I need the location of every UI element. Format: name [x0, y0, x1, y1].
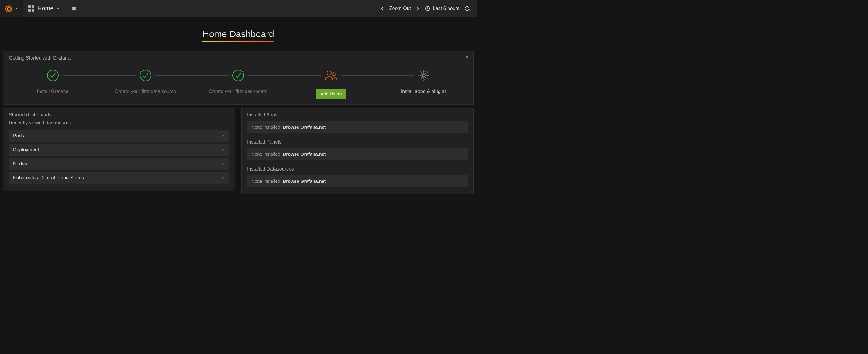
dashboard-list-item[interactable]: Nodes ☆ — [9, 158, 229, 170]
dashboard-list: Pods ☆ Deployment ☆ Nodes ☆ Kubernetes C… — [3, 130, 235, 184]
zoom-out-button[interactable]: Zoom Out — [389, 6, 411, 11]
add-users-button[interactable]: Add Users — [316, 89, 346, 99]
grafana-logo-icon — [5, 4, 13, 13]
dashboard-name: Home — [37, 5, 54, 12]
navbar-left: ▼ Home ▼ — [0, 0, 82, 17]
navbar-right: Zoom Out Last 6 hours — [380, 0, 476, 17]
browse-grafana-link[interactable]: Browse Grafana.net — [283, 151, 326, 157]
dashboard-item-name: Kubernetes Control Plane Status — [13, 175, 84, 181]
getting-started-panel: Getting Started with Grafana ✕ Install G… — [3, 51, 473, 105]
getting-started-title: Getting Started with Grafana — [3, 55, 473, 61]
close-icon[interactable]: ✕ — [465, 55, 469, 60]
dashboard-item-name: Pods — [13, 133, 24, 139]
installed-apps-box: None installed. Browse Grafana.net — [247, 121, 468, 133]
getting-started-steps: Install Grafana Create your first data s… — [3, 61, 473, 99]
svg-point-7 — [327, 71, 331, 75]
installed-panel: Installed Apps None installed. Browse Gr… — [241, 108, 473, 194]
step-label: Install Grafana — [6, 89, 99, 94]
caret-down-icon: ▼ — [15, 7, 18, 10]
step-label: Create your first data source — [99, 89, 192, 94]
logo-menu[interactable]: ▼ — [0, 0, 23, 17]
installed-column: Installed Apps None installed. Browse Gr… — [238, 108, 476, 194]
installed-datasources-title: Installed Datasources — [242, 164, 473, 175]
installed-panels-box: None installed. Browse Grafana.net — [247, 148, 468, 160]
svg-point-8 — [332, 73, 335, 76]
gear-icon — [71, 6, 76, 11]
svg-point-11 — [423, 79, 424, 80]
star-icon[interactable]: ☆ — [221, 147, 225, 153]
time-back-button[interactable] — [380, 6, 384, 11]
step-create-dashboard: Create your first dashboard — [192, 69, 284, 99]
svg-point-9 — [423, 74, 425, 77]
installed-panels-title: Installed Panels — [242, 137, 473, 148]
navbar: ▼ Home ▼ Zoom Out Last 6 hours — [0, 0, 476, 17]
installed-apps-title: Installed Apps — [242, 110, 473, 121]
browse-grafana-link[interactable]: Browse Grafana.net — [283, 179, 326, 184]
star-icon[interactable]: ☆ — [221, 133, 225, 139]
installed-none-text: None installed. — [251, 124, 283, 129]
installed-none-text: None installed. — [251, 179, 283, 184]
time-forward-button[interactable] — [416, 6, 420, 11]
star-icon[interactable]: ☆ — [221, 175, 225, 181]
settings-button[interactable] — [65, 6, 82, 11]
refresh-button[interactable] — [464, 6, 470, 11]
dashboard-list-item[interactable]: Deployment ☆ — [9, 144, 229, 156]
step-create-datasource: Create your first data source — [99, 69, 192, 99]
dashboard-list-item[interactable]: Kubernetes Control Plane Status ☆ — [9, 172, 229, 184]
browse-grafana-link[interactable]: Browse Grafana.net — [283, 124, 326, 129]
svg-point-2 — [8, 8, 9, 9]
svg-point-4 — [48, 70, 58, 81]
caret-down-icon: ▼ — [57, 7, 60, 10]
lower-row: Starred dashboards Recently viewed dashb… — [0, 108, 476, 194]
step-label: Install apps & plugins — [377, 89, 470, 94]
page-title: Home Dashboard — [203, 29, 274, 42]
recent-dashboards-title: Recently viewed dashboards — [3, 120, 235, 128]
svg-point-5 — [140, 70, 151, 81]
dashboard-grid-icon — [28, 5, 34, 11]
plugins-icon — [377, 69, 470, 82]
time-range-picker[interactable]: Last 6 hours — [425, 6, 460, 11]
svg-point-13 — [427, 75, 429, 76]
time-range-label: Last 6 hours — [433, 6, 460, 11]
clock-icon — [425, 6, 430, 11]
page-title-wrap: Home Dashboard — [0, 29, 476, 42]
starred-dashboards-title: Starred dashboards — [3, 112, 235, 120]
svg-point-6 — [233, 70, 244, 81]
step-install-plugins: Install apps & plugins — [377, 69, 470, 99]
installed-none-text: None installed. — [251, 151, 283, 157]
dashboard-item-name: Deployment — [13, 147, 39, 153]
step-label: Create your first dashboard — [192, 89, 284, 94]
dashboard-item-name: Nodes — [13, 161, 27, 167]
dashboards-panel: Starred dashboards Recently viewed dashb… — [3, 108, 235, 191]
svg-point-10 — [423, 70, 424, 72]
dashboards-column: Starred dashboards Recently viewed dashb… — [0, 108, 238, 194]
svg-point-12 — [419, 75, 420, 76]
dashboard-list-item[interactable]: Pods ☆ — [9, 130, 229, 142]
step-install-grafana: Install Grafana — [6, 69, 99, 99]
step-add-users: Add Users — [285, 69, 377, 99]
dashboard-picker[interactable]: Home ▼ — [23, 0, 65, 17]
installed-datasources-box: None installed. Browse Grafana.net — [247, 175, 468, 187]
star-icon[interactable]: ☆ — [221, 161, 225, 167]
